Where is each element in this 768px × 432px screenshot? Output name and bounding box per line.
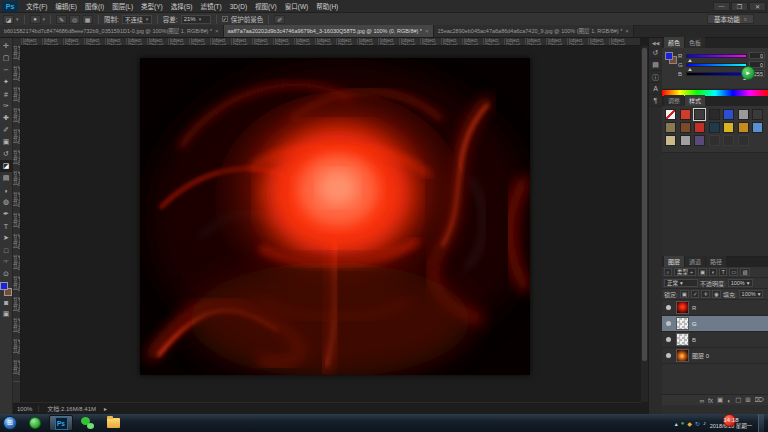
tray-icon[interactable]: ◆ — [687, 420, 692, 427]
panel-tab[interactable]: 路径 — [706, 256, 726, 267]
menu-item[interactable]: 3D(D) — [226, 0, 251, 13]
style-swatch[interactable] — [738, 122, 749, 133]
hand-tool[interactable]: ☞ — [0, 256, 13, 268]
foreground-color-swatch[interactable] — [665, 52, 673, 60]
style-swatch[interactable] — [694, 109, 705, 120]
opacity-field[interactable]: 100% ▾ — [728, 279, 753, 287]
layer-visibility-icon[interactable] — [666, 353, 671, 358]
tolerance-dropdown[interactable]: 21% ▾ — [181, 15, 211, 24]
minimize-button[interactable]: — — [713, 2, 730, 11]
screen-mode-button[interactable]: ▣ — [0, 308, 13, 320]
filter-pixel-icon[interactable]: ▣ — [698, 268, 707, 276]
channel-value-field[interactable]: 0 — [749, 52, 765, 59]
history-brush-tool[interactable]: ↺ — [0, 148, 13, 160]
delete-layer-icon[interactable]: ⌦ — [755, 396, 764, 404]
show-desktop-button[interactable] — [758, 414, 764, 432]
fill-field[interactable]: 100% ▾ — [739, 290, 764, 298]
layer-row[interactable]: 图层 0 — [662, 348, 768, 364]
marquee-tool[interactable]: ▢ — [0, 52, 13, 64]
style-swatch[interactable] — [709, 109, 720, 120]
filter-kind-dropdown[interactable]: 类型 ÷ — [674, 268, 696, 276]
style-swatch[interactable] — [738, 109, 749, 120]
workspace-switcher[interactable]: 基本功能 ≡ — [707, 14, 754, 24]
paragraph-panel-icon[interactable]: ¶ — [650, 95, 662, 107]
sampling-background-icon[interactable]: ▦ — [82, 15, 93, 24]
layer-visibility-icon[interactable] — [666, 321, 671, 326]
screen-record-badge[interactable]: ▸ — [741, 66, 755, 80]
tool-preset-arrow[interactable]: ▾ — [16, 16, 19, 22]
path-select-tool[interactable]: ➤ — [0, 232, 13, 244]
close-icon[interactable]: × — [625, 28, 629, 34]
layer-row[interactable]: R — [662, 300, 768, 316]
shape-tool[interactable]: □ — [0, 244, 13, 256]
tool-preset-icon[interactable]: ◪ — [3, 15, 14, 24]
layer-name[interactable]: R — [692, 305, 696, 311]
layer-row[interactable]: G — [662, 316, 768, 332]
tray-icon[interactable]: ● — [681, 420, 685, 426]
properties-panel-icon[interactable]: ▤ — [650, 59, 662, 71]
slider-thumb-icon[interactable] — [688, 68, 692, 71]
restore-button[interactable]: ❐ — [731, 2, 748, 11]
brush-tool[interactable]: ✐ — [0, 124, 13, 136]
style-swatch[interactable] — [723, 135, 734, 146]
dodge-tool[interactable]: ◍ — [0, 196, 13, 208]
style-swatch[interactable] — [709, 135, 720, 146]
style-swatch[interactable] — [665, 135, 676, 146]
slider-thumb-icon[interactable] — [688, 59, 692, 62]
close-button[interactable]: ✕ — [749, 2, 766, 11]
start-button[interactable]: ⊞ — [3, 416, 17, 430]
close-icon[interactable]: × — [425, 28, 429, 34]
panel-tab[interactable]: 样式 — [685, 95, 705, 106]
search-icon[interactable]: ⌕ — [664, 268, 672, 276]
document-tab[interactable]: b601582174bd7c8474686d8eee732b9_0351591D… — [0, 25, 224, 37]
lock-all-icon[interactable]: ◉ — [712, 290, 721, 298]
gradient-tool[interactable]: ▤ — [0, 172, 13, 184]
tray-icon[interactable]: ▴ — [675, 420, 678, 427]
channel-slider[interactable] — [686, 72, 747, 76]
clone-stamp-tool[interactable]: ▣ — [0, 136, 13, 148]
layer-row[interactable]: B — [662, 332, 768, 348]
healing-brush-tool[interactable]: ✚ — [0, 112, 13, 124]
taskbar-app-explorer[interactable] — [101, 415, 125, 431]
tray-icon[interactable]: ♪ — [703, 420, 706, 426]
layer-thumbnail[interactable] — [676, 349, 689, 362]
filter-smartobject-icon[interactable]: ▨ — [740, 268, 749, 276]
layer-name[interactable]: 图层 0 — [692, 351, 709, 360]
brush-size-picker[interactable]: ● — [30, 15, 41, 24]
menu-item[interactable]: 选择(S) — [167, 0, 197, 13]
taskbar-app-wechat[interactable] — [75, 415, 99, 431]
layer-thumbnail[interactable] — [676, 333, 689, 346]
panel-tab[interactable]: 图层 — [664, 256, 684, 267]
expand-panels-icon[interactable]: ◀◀ — [652, 40, 660, 46]
panel-tab[interactable]: 通道 — [685, 256, 705, 267]
vertical-scrollbar[interactable] — [641, 46, 648, 402]
move-tool[interactable]: ✛ — [0, 40, 13, 52]
brush-size-arrow[interactable]: ▾ — [43, 16, 46, 22]
style-swatch[interactable] — [665, 122, 676, 133]
layer-name[interactable]: B — [692, 337, 696, 343]
menu-item[interactable]: 图像(I) — [81, 0, 108, 13]
lasso-tool[interactable]: ∽ — [0, 64, 13, 76]
eyedropper-tool[interactable]: ✑ — [0, 100, 13, 112]
quick-selection-tool[interactable]: ✦ — [0, 76, 13, 88]
panel-tab[interactable]: 调整 — [664, 95, 684, 106]
layer-effects-icon[interactable]: fx — [708, 397, 713, 404]
lock-transparency-icon[interactable]: ▣ — [680, 290, 689, 298]
zoom-level[interactable]: 100% — [17, 406, 39, 412]
style-swatch[interactable] — [738, 135, 749, 146]
style-swatch[interactable] — [709, 122, 720, 133]
menu-item[interactable]: 文件(F) — [22, 0, 51, 13]
style-swatch[interactable] — [665, 109, 676, 120]
layer-name[interactable]: G — [692, 321, 697, 327]
blur-tool[interactable]: ◗ — [0, 184, 13, 196]
limit-dropdown[interactable]: 不连续 ▾ — [122, 15, 152, 24]
quick-mask-button[interactable]: ◙ — [0, 296, 13, 308]
taskbar-clock[interactable]: 14:18 2018/6/18 星期一 — [709, 417, 753, 430]
adjustment-layer-icon[interactable]: ◐ — [727, 397, 731, 404]
foreground-color-swatch[interactable] — [0, 282, 8, 290]
panel-tab[interactable]: 色板 — [685, 37, 705, 48]
taskbar-app-photoshop[interactable]: Ps — [49, 415, 73, 431]
document-tab[interactable]: aaff7a7aa20202d9b3c4746a9679b4_3-16030Q5… — [224, 25, 434, 37]
pen-tool[interactable]: ✒ — [0, 208, 13, 220]
protect-foreground-checkbox[interactable]: ✓ — [222, 16, 228, 22]
